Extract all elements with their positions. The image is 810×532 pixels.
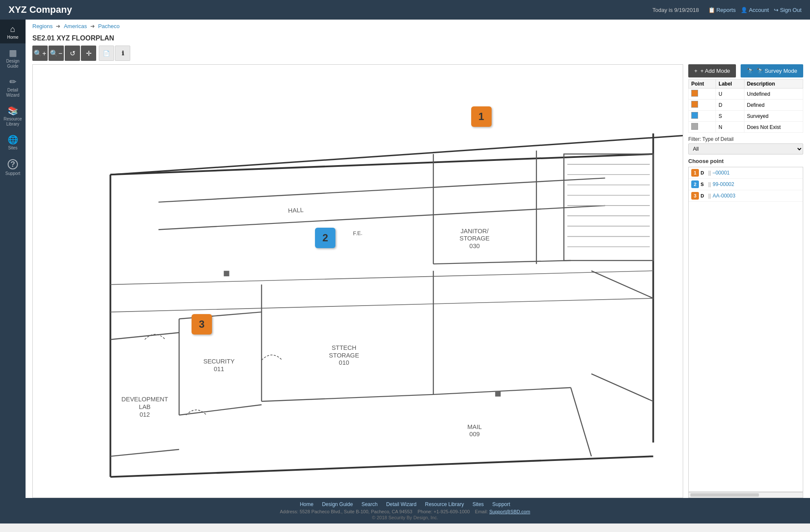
app-header: XYZ Company Today is 9/19/2018 📋 Reports… [0,0,810,20]
sidebar-label-support: Support [5,171,20,176]
toolbar: 🔍+ 🔍− ↺ ✛ 📄 ℹ [26,46,810,64]
breadcrumb-sep2: ➜ [90,23,97,29]
legend-row-undefined: U Undefined [689,89,803,100]
point-list-item-1[interactable]: 1 D || –00001 [689,167,803,179]
sidebar-label-detail-wizard: DetailWizard [6,88,19,98]
point-id-2[interactable]: 99-00002 [713,181,734,187]
point-list-item-2[interactable]: 2 S || 99-00002 [689,179,803,190]
sidebar-item-design-guide[interactable]: ▦ DesignGuide [0,43,26,72]
breadcrumb-pacheco[interactable]: Pacheco [98,23,120,29]
svg-text:DEVELOPMENT: DEVELOPMENT [121,396,168,403]
page-title: SE2.01 XYZ FLOORPLAN [26,33,810,46]
footer-email-link[interactable]: Support@SBD.com [489,509,530,514]
footer-link-resource-library[interactable]: Resource Library [425,501,464,507]
right-panel: + + Add Mode 🔭 🔭 Survey Mode Point Label [688,64,803,498]
point-1[interactable]: 1 [471,106,492,127]
refresh-button[interactable]: ↺ [65,46,80,61]
footer-nav: Home Design Guide Search Detail Wizard R… [9,501,801,507]
zoom-in-button[interactable]: 🔍+ [32,46,48,61]
pan-icon: ✛ [86,49,92,57]
point-3[interactable]: 3 [192,314,212,335]
sidebar-item-resource-library[interactable]: 📚 ResourceLibrary [0,101,26,130]
choose-point-label: Choose point [688,158,803,164]
sidebar-label-design-guide: DesignGuide [6,59,19,69]
point-num-1: 1 [691,169,699,177]
svg-text:HALL: HALL [288,206,303,214]
pdf-icon: 📄 [103,50,110,57]
sidebar-item-detail-wizard[interactable]: ✏ DetailWizard [0,72,26,101]
svg-text:MAIL: MAIL [467,423,482,430]
app-title: XYZ Company [9,4,653,15]
point-list: 1 D || –00001 2 S || 99-00002 3 D || [688,167,803,492]
point-type-3: D [701,193,707,198]
scrollbar-thumb [690,493,759,497]
point-type-2: S [701,182,707,187]
legend-color-surveyed [691,112,698,119]
zoom-out-button[interactable]: 🔍− [49,46,64,61]
footer-email-label: Email: [475,509,488,514]
svg-rect-0 [55,65,660,498]
sidebar: ⌂ Home ▦ DesignGuide ✏ DetailWizard 📚 Re… [0,20,26,498]
footer-link-design-guide[interactable]: Design Guide [322,501,353,507]
floorplan-container: JANITOR/ STORAGE 030 STTECH STORAGE 010 … [26,64,810,498]
zoom-out-icon: 🔍− [50,49,62,57]
footer-address: Address: 5528 Pacheco Blvd., Suite B-100… [280,509,412,514]
svg-text:011: 011 [214,366,224,372]
reports-link[interactable]: 📋 Reports [708,7,736,13]
pdf-button[interactable]: 📄 [99,46,114,61]
svg-text:012: 012 [140,411,150,418]
svg-rect-36 [495,391,501,397]
survey-mode-button[interactable]: 🔭 🔭 Survey Mode [741,64,803,77]
svg-text:STTECH: STTECH [332,344,356,351]
account-link[interactable]: 👤 Account [741,7,769,13]
binoculars-icon: 🔭 [747,68,753,74]
legend-row-defined: D Defined [689,100,803,111]
point-num-3: 3 [691,192,699,200]
home-icon: ⌂ [10,25,15,33]
sidebar-item-home[interactable]: ⌂ Home [0,20,26,43]
info-button[interactable]: ℹ [115,46,130,61]
sidebar-item-sites[interactable]: 🌐 Sites [0,130,26,154]
header-right: Today is 9/19/2018 📋 Reports 👤 Account ↪… [653,7,801,13]
filter-type-select[interactable]: All [688,143,803,154]
mode-buttons: + + Add Mode 🔭 🔭 Survey Mode [688,64,803,77]
account-icon: 👤 [741,7,747,13]
breadcrumb-sep1: ➜ [56,23,62,29]
point-id-3[interactable]: AA-00003 [713,193,735,199]
point-2[interactable]: 2 [315,228,335,248]
svg-text:010: 010 [339,359,349,366]
sidebar-label-home: Home [7,35,19,40]
filter-section: Filter: Type of Detail All [688,136,803,154]
design-guide-icon: ▦ [9,49,17,57]
reports-icon: 📋 [708,7,715,13]
footer-link-search[interactable]: Search [361,501,378,507]
breadcrumb-regions[interactable]: Regions [32,23,53,29]
svg-rect-35 [224,271,229,276]
footer: Home Design Guide Search Detail Wizard R… [0,498,810,523]
floorplan-canvas[interactable]: JANITOR/ STORAGE 030 STTECH STORAGE 010 … [32,64,683,498]
pan-button[interactable]: ✛ [81,46,96,61]
point-id-1[interactable]: –00001 [713,170,730,176]
footer-link-sites[interactable]: Sites [472,501,484,507]
legend-row-not-exist: N Does Not Exist [689,122,803,133]
main-content: Regions ➜ Americas ➜ Pacheco SE2.01 XYZ … [26,20,810,498]
add-mode-button[interactable]: + + Add Mode [688,64,736,77]
footer-link-home[interactable]: Home [300,501,313,507]
legend-color-defined [691,101,698,108]
floorplan-svg: JANITOR/ STORAGE 030 STTECH STORAGE 010 … [33,65,683,498]
footer-link-support[interactable]: Support [492,501,510,507]
breadcrumb: Regions ➜ Americas ➜ Pacheco [26,20,810,33]
footer-link-detail-wizard[interactable]: Detail Wizard [386,501,416,507]
zoom-in-icon: 🔍+ [34,49,46,57]
sidebar-item-support[interactable]: ? Support [0,154,26,180]
detail-wizard-icon: ✏ [9,77,17,86]
plus-icon: + [694,68,698,74]
breadcrumb-americas[interactable]: Americas [64,23,87,29]
legend-table: Point Label Description U Undefined [688,79,803,133]
info-icon: ℹ [122,50,124,57]
sites-icon: 🌐 [8,135,18,144]
panel-horizontal-scrollbar[interactable] [688,492,803,498]
signout-link[interactable]: ↪ Sign Out [774,7,801,13]
point-list-item-3[interactable]: 3 D || AA-00003 [689,190,803,202]
support-icon: ? [8,159,18,169]
